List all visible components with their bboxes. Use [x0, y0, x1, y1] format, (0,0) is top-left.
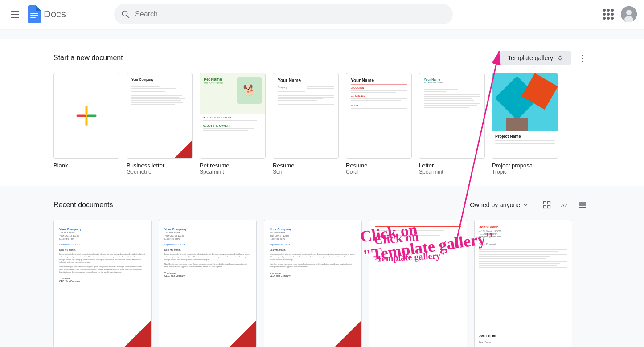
- recent-controls: Owned by anyone: [465, 197, 591, 213]
- blank-template-name: Blank: [53, 162, 119, 169]
- dc-para-1b: Nam liber tempor cum soluta nobis eligen…: [59, 265, 146, 274]
- resume-coral-name: Resume: [346, 162, 412, 169]
- svg-point-6: [626, 10, 632, 15]
- svg-rect-0: [30, 13, 38, 14]
- logo-area[interactable]: Docs: [28, 5, 66, 23]
- list-view-icon: [578, 200, 587, 209]
- letter-spearmint-preview: Your Name 123 Address Street: [419, 73, 485, 159]
- new-doc-section: Start a new document Template gallery ⋮: [0, 39, 644, 186]
- dropdown-icon: [522, 201, 529, 208]
- header-right: [599, 5, 637, 23]
- doc-preview-5: John Smith A-101 Street, UK 5628+1(123)-…: [474, 220, 572, 347]
- owned-by-label: Owned by anyone: [470, 201, 520, 208]
- resume-coral-subname: Coral: [346, 169, 412, 175]
- business-letter-name: Business letter: [127, 162, 193, 169]
- list-view-button[interactable]: [574, 197, 591, 213]
- project-proposal-subname: Tropic: [492, 169, 558, 175]
- recent-title: Recent documents: [53, 201, 113, 209]
- header-left: Docs: [7, 5, 96, 23]
- resume-coral-preview: Your Name EDUCATION EXPERIENCE SKILLS: [346, 73, 412, 159]
- dc-para-2a: Lorem ipsum dolor sit amet, consectetur …: [164, 253, 251, 261]
- dc-dear-2: Dear Ms. Martin,: [164, 249, 251, 251]
- sort-button[interactable]: AZ: [557, 197, 573, 213]
- template-resume-serif[interactable]: Your Name Company: [273, 73, 339, 175]
- proj-line2: [495, 143, 555, 144]
- search-bar[interactable]: [114, 4, 453, 24]
- svg-rect-2: [30, 17, 36, 18]
- doc-card-5[interactable]: John Smith A-101 Street, UK 5628+1(123)-…: [474, 220, 572, 347]
- pet-resume-preview: Pet Name My best friend 🐕 HEALTH & WELLN…: [200, 73, 266, 159]
- template-gallery-annotation: "Template gallery": [372, 249, 465, 265]
- dc-address-2: 123 Your StreetYour City, ST 12345(123) …: [164, 231, 251, 241]
- dc-dear-3: Dear Ms. Martin,: [270, 249, 356, 251]
- template-blank[interactable]: Blank: [53, 73, 119, 175]
- svg-rect-18: [579, 207, 586, 208]
- doc-card-4[interactable]: Click on "Template gallery": [369, 220, 467, 347]
- dc-company-3: Your Company: [270, 228, 356, 231]
- main-content: Start a new document Template gallery ⋮: [0, 29, 644, 347]
- project-proposal-name: Project proposal: [492, 162, 558, 169]
- letter-spearmint-subname: Spearmint: [419, 169, 485, 175]
- grid-view-icon: [542, 200, 551, 209]
- doc-preview-1: Your Company 123 Your StreetYour City, S…: [53, 220, 152, 347]
- resume-serif-preview: Your Name Company: [273, 73, 339, 159]
- owned-by-button[interactable]: Owned by anyone: [465, 199, 533, 211]
- dc-date-1: September 03, 20XX: [59, 243, 146, 246]
- svg-rect-12: [548, 202, 550, 204]
- dc-company-1: Your Company: [59, 228, 146, 231]
- template-resume-coral[interactable]: Your Name EDUCATION EXPERIENCE SKILLS Re…: [346, 73, 412, 175]
- svg-line-4: [127, 15, 129, 18]
- pet-resume-subname: Spearmint: [200, 169, 266, 175]
- chevron-updown-icon: [557, 54, 564, 61]
- dc-date-3: September 03, 20XX: [270, 243, 356, 246]
- doc-content-1: Your Company 123 Your StreetYour City, S…: [54, 220, 151, 347]
- dc-para-3b: Nam liber tempor cum soluta nobis eligen…: [270, 263, 356, 268]
- doc-card-3[interactable]: Your Company 123 Your StreetYour City, S…: [264, 220, 362, 347]
- svg-rect-17: [579, 204, 586, 206]
- doc-preview-4: Click on "Template gallery": [369, 220, 467, 347]
- template-gallery-button[interactable]: Template gallery: [500, 51, 571, 65]
- new-doc-title: Start a new document: [53, 54, 123, 62]
- section-header-right: Template gallery ⋮: [500, 50, 591, 66]
- dc-sign-1: Your NameCEO, Your Company: [59, 277, 146, 282]
- pet-resume-name: Pet resume: [200, 162, 266, 169]
- dc-address-3: 123 Your StreetYour City, ST 12345(123) …: [270, 231, 356, 241]
- blank-preview: [53, 73, 119, 159]
- dc-company-2: Your Company: [164, 228, 251, 231]
- template-gallery-label: Template gallery: [508, 54, 553, 61]
- header: Docs: [0, 0, 644, 29]
- dc-sign-3: Your NameCEO, Your Company: [270, 272, 356, 277]
- doc-card-1[interactable]: Your Company 123 Your StreetYour City, S…: [53, 220, 152, 347]
- red-corner-decoration: [174, 140, 192, 158]
- more-options-button[interactable]: ⋮: [574, 50, 591, 66]
- dc-address-1: 123 Your StreetYour City, ST 12345(123) …: [59, 231, 146, 241]
- doc-content-3: Your Company 123 Your StreetYour City, S…: [264, 220, 361, 347]
- doc-card-2[interactable]: Your Company 123 Your StreetYour City, S…: [159, 220, 257, 347]
- template-business-letter[interactable]: Your Company Business letter Geo: [127, 73, 193, 175]
- template-project-proposal[interactable]: Project Name Project proposal Tropic: [492, 73, 558, 175]
- svg-rect-16: [579, 202, 586, 204]
- search-input[interactable]: [135, 10, 446, 18]
- apps-button[interactable]: [599, 5, 617, 23]
- sort-icon: AZ: [560, 200, 569, 209]
- business-letter-subname: Geometric: [127, 169, 193, 175]
- svg-rect-11: [544, 202, 546, 204]
- avatar[interactable]: [621, 6, 637, 22]
- click-on-text: Click on: [373, 225, 463, 247]
- dc-red-corner-2: [230, 320, 256, 347]
- business-letter-preview: Your Company: [127, 73, 193, 159]
- template-letter-spearmint[interactable]: Your Name 123 Address Street Letter Spea…: [419, 73, 485, 175]
- dc-para-1a: Lorem ipsum dolor sit amet, consectetur …: [59, 253, 146, 264]
- resume-serif-name: Resume: [273, 162, 339, 169]
- template-pet-resume[interactable]: Pet Name My best friend 🐕 HEALTH & WELLN…: [200, 73, 266, 175]
- doc-content-2: Your Company 123 Your StreetYour City, S…: [159, 220, 256, 347]
- plus-icon: [75, 104, 98, 127]
- proj-bottom: Project Name: [492, 131, 558, 158]
- project-proposal-preview: Project Name: [492, 73, 558, 159]
- menu-button[interactable]: [7, 7, 22, 21]
- grid-icon: [602, 8, 615, 20]
- grid-view-button[interactable]: [539, 197, 555, 213]
- recent-header: Recent documents Owned by anyone: [53, 197, 591, 213]
- avatar-image: [621, 6, 637, 22]
- docs-grid: Your Company 123 Your StreetYour City, S…: [53, 220, 591, 347]
